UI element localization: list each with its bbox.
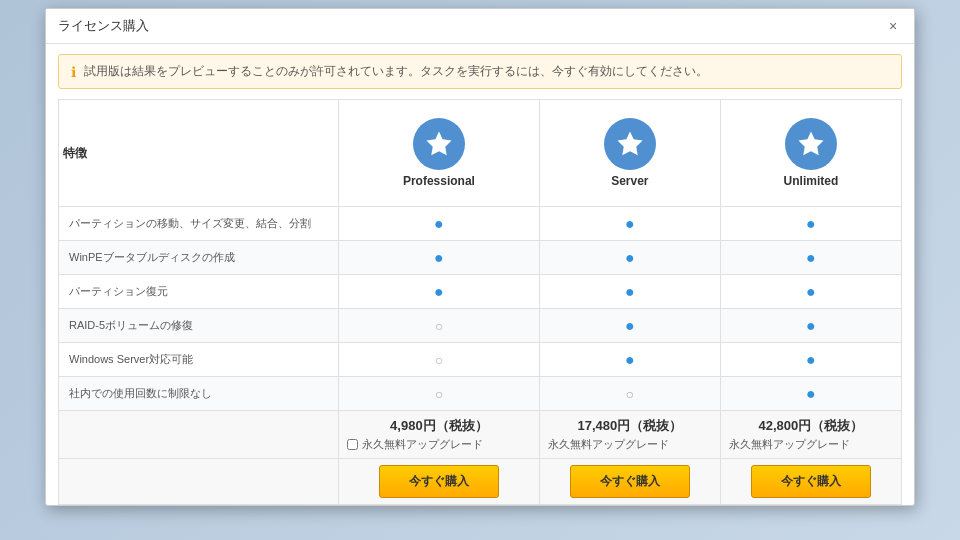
buy-row: 今すぐ購入 今すぐ購入 今すぐ購入 [59,459,902,505]
check-filled-icon: ● [806,215,816,232]
dialog-title: ライセンス購入 [58,17,149,35]
feature-server-cell: ● [539,275,720,309]
close-button[interactable]: × [884,17,902,35]
feature-server-cell: ● [539,309,720,343]
price-sub-unlimited: 永久無料アップグレード [729,437,893,452]
upgrade-label-server: 永久無料アップグレード [548,437,669,452]
buy-cell-professional: 今すぐ購入 [339,459,540,505]
plan-icon-unlimited [785,118,837,170]
feature-row: パーティションの移動、サイズ変更、結合、分割●●● [59,207,902,241]
feature-unlimited-cell: ● [720,377,901,411]
check-filled-icon: ● [625,351,635,368]
feature-professional-cell: ○ [339,309,540,343]
check-filled-icon: ● [806,283,816,300]
plan-name-professional: Professional [403,174,475,188]
plan-header-professional: Professional [339,100,540,207]
check-filled-icon: ● [806,351,816,368]
star-svg-unlimited [796,129,826,159]
feature-label: RAID-5ボリュームの修復 [59,309,339,343]
warning-icon: ℹ [71,64,76,80]
warning-bar: ℹ 試用版は結果をプレビューすることのみが許可されています。タスクを実行するには… [58,54,902,89]
plan-header-unlimited: Unlimited [720,100,901,207]
upgrade-label-professional: 永久無料アップグレード [362,437,483,452]
feature-server-cell: ● [539,241,720,275]
plan-table: 特徴 Professional [58,99,902,505]
feature-professional-cell: ○ [339,377,540,411]
upgrade-checkbox-professional[interactable] [347,439,358,450]
check-empty-icon: ○ [435,352,443,368]
feature-professional-cell: ○ [339,343,540,377]
feature-label: パーティション復元 [59,275,339,309]
plan-header-server: Server [539,100,720,207]
price-sub-server: 永久無料アップグレード [548,437,712,452]
feature-row: Windows Server対応可能○●● [59,343,902,377]
price-main-unlimited: 42,800円（税抜） [729,417,893,435]
price-cell-professional: 4,980円（税抜） 永久無料アップグレード [339,411,540,459]
price-main-server: 17,480円（税抜） [548,417,712,435]
warning-text: 試用版は結果をプレビューすることのみが許可されています。タスクを実行するには、今… [84,63,708,80]
feature-row: 社内での使用回数に制限なし○○● [59,377,902,411]
check-filled-icon: ● [434,249,444,266]
check-filled-icon: ● [625,283,635,300]
feature-unlimited-cell: ● [720,207,901,241]
check-filled-icon: ● [625,215,635,232]
feature-professional-cell: ● [339,241,540,275]
feature-label: 社内での使用回数に制限なし [59,377,339,411]
buy-button-unlimited[interactable]: 今すぐ購入 [751,465,871,498]
buy-label-empty [59,459,339,505]
check-empty-icon: ○ [435,318,443,334]
buy-button-professional[interactable]: 今すぐ購入 [379,465,499,498]
buy-cell-unlimited: 今すぐ購入 [720,459,901,505]
plan-icon-server [604,118,656,170]
feature-unlimited-cell: ● [720,241,901,275]
feature-unlimited-cell: ● [720,343,901,377]
feature-label: パーティションの移動、サイズ変更、結合、分割 [59,207,339,241]
check-filled-icon: ● [625,249,635,266]
feature-server-cell: ● [539,343,720,377]
feature-professional-cell: ● [339,275,540,309]
price-cell-server: 17,480円（税抜） 永久無料アップグレード [539,411,720,459]
price-main-professional: 4,980円（税抜） [347,417,531,435]
plan-header-row: 特徴 Professional [59,100,902,207]
license-dialog: ライセンス購入 × ℹ 試用版は結果をプレビューすることのみが許可されています。… [45,8,915,506]
feature-column-header: 特徴 [59,100,339,207]
check-filled-icon: ● [806,385,816,402]
feature-professional-cell: ● [339,207,540,241]
check-empty-icon: ○ [435,386,443,402]
buy-cell-server: 今すぐ購入 [539,459,720,505]
dialog-titlebar: ライセンス購入 × [46,9,914,44]
check-filled-icon: ● [806,317,816,334]
price-cell-unlimited: 42,800円（税抜） 永久無料アップグレード [720,411,901,459]
price-row: 4,980円（税抜） 永久無料アップグレード 17,480円（税抜） 永久無料ア… [59,411,902,459]
feature-unlimited-cell: ● [720,309,901,343]
check-empty-icon: ○ [626,386,634,402]
feature-row: WinPEブータブルディスクの作成●●● [59,241,902,275]
plan-name-server: Server [611,174,648,188]
upgrade-label-unlimited: 永久無料アップグレード [729,437,850,452]
buy-button-server[interactable]: 今すぐ購入 [570,465,690,498]
check-filled-icon: ● [434,283,444,300]
feature-label: WinPEブータブルディスクの作成 [59,241,339,275]
feature-server-cell: ○ [539,377,720,411]
star-svg-server [615,129,645,159]
feature-row: RAID-5ボリュームの修復○●● [59,309,902,343]
feature-server-cell: ● [539,207,720,241]
star-svg-professional [424,129,454,159]
plan-icon-professional [413,118,465,170]
price-label-empty [59,411,339,459]
plan-name-unlimited: Unlimited [784,174,839,188]
check-filled-icon: ● [625,317,635,334]
feature-unlimited-cell: ● [720,275,901,309]
feature-label: Windows Server対応可能 [59,343,339,377]
check-filled-icon: ● [806,249,816,266]
plan-table-wrapper: 特徴 Professional [46,99,914,505]
price-sub-professional: 永久無料アップグレード [347,437,531,452]
check-filled-icon: ● [434,215,444,232]
feature-row: パーティション復元●●● [59,275,902,309]
